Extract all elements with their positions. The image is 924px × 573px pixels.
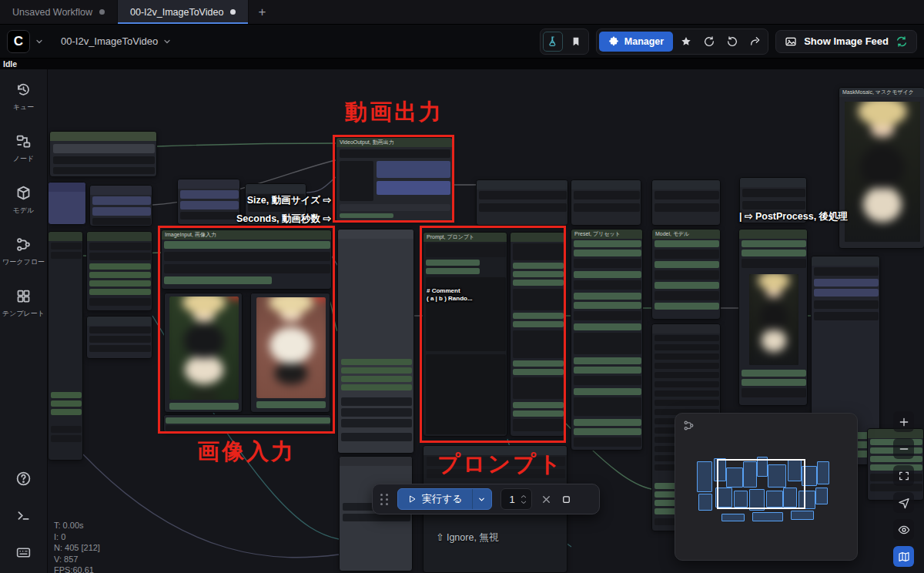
node-widget-row[interactable] bbox=[742, 370, 806, 377]
node-widget-row[interactable] bbox=[742, 240, 806, 247]
sidebar-item-models[interactable]: モデル bbox=[2, 185, 45, 216]
tab-i2v-imagetovideo[interactable]: 00-I2v_ImageToVideo bbox=[118, 0, 249, 24]
node-widget-row[interactable] bbox=[89, 289, 151, 295]
minimap-viewport[interactable] bbox=[717, 459, 805, 509]
node-widget-row[interactable] bbox=[92, 207, 151, 216]
node-widget-row[interactable] bbox=[341, 384, 412, 390]
node-widget-row[interactable] bbox=[654, 261, 719, 268]
fit-view-button[interactable] bbox=[893, 465, 914, 486]
graph-node[interactable] bbox=[651, 179, 721, 226]
node-title-bar[interactable] bbox=[49, 232, 82, 241]
node-widget-row[interactable] bbox=[654, 372, 719, 378]
sidebar-item-terminal[interactable] bbox=[15, 508, 32, 524]
node-widget-row[interactable] bbox=[574, 203, 640, 212]
node-widget-row[interactable] bbox=[574, 437, 641, 447]
share-button[interactable] bbox=[745, 32, 765, 52]
pointer-mode-button[interactable] bbox=[893, 492, 914, 513]
node-widget-row[interactable] bbox=[654, 354, 719, 360]
node-widget-row[interactable] bbox=[654, 335, 719, 341]
node-widget-row[interactable] bbox=[92, 218, 151, 225]
node-widget-row[interactable] bbox=[89, 327, 151, 333]
node-widget-row[interactable] bbox=[51, 252, 82, 259]
node-widget-row[interactable] bbox=[574, 250, 641, 256]
node-widget-row[interactable] bbox=[574, 367, 641, 374]
node-widget-row[interactable] bbox=[814, 289, 879, 297]
node-title-bar[interactable] bbox=[571, 180, 641, 189]
node-title-bar[interactable] bbox=[652, 180, 720, 189]
node-widget-row[interactable] bbox=[742, 388, 806, 397]
node-widget-row[interactable] bbox=[654, 291, 719, 300]
beta-flask-button[interactable] bbox=[543, 32, 563, 52]
node-widget-row[interactable] bbox=[574, 280, 641, 290]
graph-node[interactable] bbox=[48, 182, 86, 225]
node-widget-row[interactable] bbox=[654, 250, 719, 259]
graph-node[interactable] bbox=[337, 229, 414, 454]
preset-node[interactable]: Preset, プリセット bbox=[571, 229, 643, 451]
graph-node[interactable] bbox=[86, 316, 152, 359]
workflow-title-menu[interactable]: 00-I2v_ImageToVideo bbox=[61, 35, 172, 47]
node-widget-row[interactable] bbox=[341, 376, 412, 382]
node-widget-row[interactable] bbox=[654, 303, 719, 310]
node-widget-row[interactable] bbox=[742, 259, 806, 268]
node-widget-row[interactable] bbox=[341, 359, 412, 365]
zoom-out-button[interactable] bbox=[893, 438, 914, 459]
node-widget-row[interactable] bbox=[341, 397, 412, 406]
node-widget-row[interactable] bbox=[343, 514, 410, 521]
node-widget-row[interactable] bbox=[574, 293, 641, 300]
node-widget-row[interactable] bbox=[574, 302, 641, 309]
mask-mosaic-node[interactable]: MaskMosaic, マスクモザイク bbox=[839, 87, 924, 249]
node-widget-row[interactable] bbox=[574, 271, 641, 278]
node-widget-row[interactable] bbox=[742, 189, 805, 197]
node-title-bar[interactable] bbox=[50, 132, 156, 141]
node-title-bar[interactable] bbox=[90, 186, 152, 195]
sidebar-item-templates[interactable]: テンプレート bbox=[2, 288, 45, 319]
node-widget-row[interactable] bbox=[89, 243, 151, 250]
run-options-button[interactable] bbox=[472, 489, 491, 509]
node-widget-row[interactable] bbox=[574, 397, 641, 416]
node-title-bar[interactable] bbox=[246, 184, 306, 193]
graph-node[interactable] bbox=[89, 185, 152, 226]
sidebar-item-queue[interactable]: キュー bbox=[2, 82, 45, 112]
comfy-logo[interactable]: C bbox=[7, 30, 30, 53]
node-title-bar[interactable] bbox=[87, 317, 152, 326]
bookmark-button[interactable] bbox=[566, 32, 586, 52]
graph-node[interactable] bbox=[86, 231, 152, 311]
node-title-bar[interactable]: MaskMosaic, マスクモザイク bbox=[839, 88, 924, 97]
batch-count-stepper[interactable] bbox=[521, 494, 527, 504]
node-widget-row[interactable] bbox=[89, 253, 151, 260]
node-widget-row[interactable] bbox=[742, 250, 806, 256]
node-widget-row[interactable] bbox=[51, 243, 82, 250]
node-widget-row[interactable] bbox=[742, 379, 806, 386]
node-widget-row[interactable] bbox=[53, 156, 155, 164]
node-title-bar[interactable] bbox=[812, 256, 879, 266]
node-widget-row[interactable] bbox=[814, 312, 879, 320]
node-title-bar[interactable] bbox=[178, 179, 239, 189]
node-widget-row[interactable] bbox=[341, 408, 412, 417]
node-widget-row[interactable] bbox=[814, 267, 879, 276]
node-widget-row[interactable] bbox=[574, 259, 641, 268]
graph-node[interactable] bbox=[571, 179, 641, 226]
node-widget-row[interactable] bbox=[654, 282, 719, 289]
node-widget-row[interactable] bbox=[341, 367, 412, 374]
graph-node[interactable] bbox=[476, 179, 568, 226]
node-widget-row[interactable] bbox=[51, 392, 82, 398]
model-node[interactable]: Model, モデル bbox=[651, 229, 721, 320]
node-widget-row[interactable] bbox=[89, 280, 151, 286]
node-widget-row[interactable] bbox=[654, 381, 719, 387]
sidebar-item-workflows[interactable]: ワークフロー bbox=[2, 236, 45, 267]
node-widget-row[interactable] bbox=[341, 433, 412, 441]
node-title-bar[interactable] bbox=[652, 324, 720, 333]
node-title-bar[interactable] bbox=[740, 178, 806, 187]
node-title-bar[interactable] bbox=[87, 232, 152, 241]
node-widget-row[interactable] bbox=[654, 270, 719, 280]
minimap[interactable] bbox=[675, 413, 858, 561]
exec-bar-drag-handle[interactable] bbox=[380, 494, 389, 505]
new-tab-button[interactable]: + bbox=[249, 0, 275, 24]
node-widget-row[interactable] bbox=[479, 203, 567, 212]
sidebar-item-nodes[interactable]: ノード bbox=[2, 133, 45, 164]
node-widget-row[interactable] bbox=[574, 428, 641, 435]
node-widget-row[interactable] bbox=[654, 390, 719, 397]
refresh-alt-button[interactable] bbox=[722, 32, 742, 52]
star-button[interactable] bbox=[676, 32, 696, 52]
node-widget-row[interactable] bbox=[654, 240, 719, 247]
